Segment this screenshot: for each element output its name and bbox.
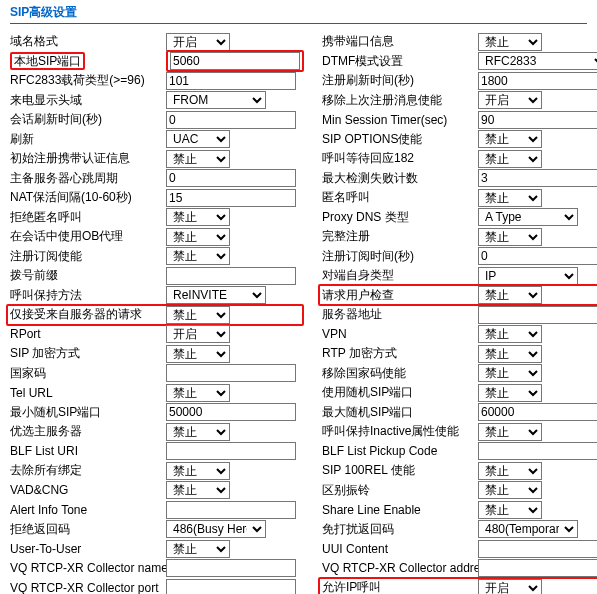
dropdown[interactable]: 开启禁止 bbox=[478, 423, 542, 441]
dropdown[interactable]: IP bbox=[478, 267, 578, 285]
dropdown[interactable]: 480(Temporary) bbox=[478, 520, 578, 538]
dropdown[interactable]: 开启禁止 bbox=[478, 286, 542, 304]
field-control: 开启禁止 bbox=[478, 501, 597, 519]
dropdown[interactable]: 开启禁止 bbox=[166, 540, 230, 558]
text-input[interactable] bbox=[478, 111, 597, 129]
dropdown[interactable]: A Type bbox=[478, 208, 578, 226]
field-control bbox=[166, 111, 304, 129]
field-control: FROM bbox=[166, 91, 304, 109]
form-row: 区别振铃开启禁止 bbox=[322, 481, 597, 501]
form-row: 允许IP呼叫开启禁止 bbox=[322, 578, 597, 594]
text-input[interactable] bbox=[166, 169, 296, 187]
dropdown[interactable]: 开启禁止 bbox=[166, 150, 230, 168]
text-input[interactable] bbox=[166, 579, 296, 594]
dropdown[interactable]: 开启禁止 bbox=[166, 228, 230, 246]
dropdown[interactable]: 开启禁止 bbox=[166, 247, 230, 265]
dropdown[interactable]: 开启禁止 bbox=[166, 384, 230, 402]
text-input[interactable] bbox=[166, 111, 296, 129]
divider bbox=[10, 23, 587, 24]
dropdown[interactable]: 开启禁止 bbox=[478, 91, 542, 109]
form-row: 注册刷新时间(秒) bbox=[322, 71, 597, 91]
text-input[interactable] bbox=[166, 267, 296, 285]
form-row: Min Session Timer(sec) bbox=[322, 110, 597, 130]
dropdown[interactable]: 开启禁止 bbox=[478, 130, 542, 148]
field-label: 免打扰返回码 bbox=[322, 521, 478, 538]
dropdown[interactable]: 开启禁止 bbox=[166, 33, 230, 51]
text-input[interactable] bbox=[478, 559, 597, 577]
form-row: 最大随机SIP端口 bbox=[322, 403, 597, 423]
dropdown[interactable]: 开启禁止 bbox=[166, 306, 230, 324]
text-input[interactable] bbox=[166, 559, 296, 577]
field-label: 拨号前缀 bbox=[10, 267, 166, 284]
dropdown[interactable]: 开启禁止 bbox=[478, 150, 542, 168]
text-input[interactable] bbox=[166, 189, 296, 207]
text-input[interactable] bbox=[166, 501, 296, 519]
field-control bbox=[478, 169, 597, 187]
right-column: 携带端口信息开启禁止DTMF模式设置RFC2833注册刷新时间(秒)移除上次注册… bbox=[322, 32, 597, 594]
dropdown[interactable]: 开启禁止 bbox=[478, 189, 542, 207]
field-control bbox=[166, 579, 304, 594]
field-label: DTMF模式设置 bbox=[322, 53, 478, 70]
dropdown[interactable]: 开启禁止 bbox=[166, 208, 230, 226]
form-row: 最大检测失败计数 bbox=[322, 169, 597, 189]
form-row: 最小随机SIP端口 bbox=[10, 403, 304, 423]
text-input[interactable] bbox=[478, 169, 597, 187]
field-control bbox=[478, 72, 597, 90]
dropdown[interactable]: 开启禁止 bbox=[478, 228, 542, 246]
text-input[interactable] bbox=[166, 442, 296, 460]
form-row: 携带端口信息开启禁止 bbox=[322, 32, 597, 52]
dropdown[interactable]: 开启禁止 bbox=[166, 462, 230, 480]
dropdown[interactable]: ReINVITE bbox=[166, 286, 266, 304]
dropdown[interactable]: 开启禁止 bbox=[166, 481, 230, 499]
field-label: Tel URL bbox=[10, 386, 166, 400]
dropdown[interactable]: 开启禁止 bbox=[166, 345, 230, 363]
dropdown[interactable]: 开启禁止 bbox=[478, 579, 542, 594]
field-control bbox=[166, 51, 304, 71]
text-input[interactable] bbox=[478, 72, 597, 90]
text-input[interactable] bbox=[166, 403, 296, 421]
field-label: 最大随机SIP端口 bbox=[322, 404, 478, 421]
dropdown[interactable]: RFC2833 bbox=[478, 52, 597, 70]
dropdown[interactable]: 486(Busy Here) bbox=[166, 520, 266, 538]
field-label: 仅接受来自服务器的请求 bbox=[10, 306, 166, 323]
text-input[interactable] bbox=[166, 364, 296, 382]
field-control bbox=[166, 403, 304, 421]
dropdown[interactable]: UAC bbox=[166, 130, 230, 148]
field-control: 开启禁止 bbox=[166, 481, 304, 499]
form-row: RTP 加密方式开启禁止 bbox=[322, 344, 597, 364]
field-label: 国家码 bbox=[10, 365, 166, 382]
form-row: VQ RTCP-XR Collector port bbox=[10, 578, 304, 594]
text-input[interactable] bbox=[170, 52, 300, 70]
field-label: 完整注册 bbox=[322, 228, 478, 245]
dropdown[interactable]: 开启禁止 bbox=[478, 345, 542, 363]
dropdown[interactable]: 开启禁止 bbox=[166, 325, 230, 343]
dropdown[interactable]: 开启禁止 bbox=[478, 364, 542, 382]
field-label: 移除上次注册消息使能 bbox=[322, 92, 478, 109]
field-label: 优选主服务器 bbox=[10, 423, 166, 440]
form-row: BLF List URI bbox=[10, 442, 304, 462]
dropdown[interactable]: 开启禁止 bbox=[478, 325, 542, 343]
field-control: 开启禁止 bbox=[166, 247, 304, 265]
dropdown[interactable]: 开启禁止 bbox=[478, 33, 542, 51]
field-control: 开启禁止 bbox=[478, 423, 597, 441]
field-control bbox=[166, 364, 304, 382]
field-label: 来电显示头域 bbox=[10, 92, 166, 109]
text-input[interactable] bbox=[478, 403, 597, 421]
dropdown[interactable]: 开启禁止 bbox=[478, 481, 542, 499]
dropdown[interactable]: FROM bbox=[166, 91, 266, 109]
text-input[interactable] bbox=[478, 442, 597, 460]
dropdown[interactable]: 开启禁止 bbox=[478, 462, 542, 480]
field-control: A Type bbox=[478, 208, 597, 226]
dropdown[interactable]: 开启禁止 bbox=[478, 384, 542, 402]
text-input[interactable] bbox=[478, 306, 597, 324]
form-row: BLF List Pickup Code bbox=[322, 442, 597, 462]
field-label: 拒绝匿名呼叫 bbox=[10, 209, 166, 226]
dropdown[interactable]: 开启禁止 bbox=[166, 423, 230, 441]
field-control bbox=[478, 247, 597, 265]
dropdown[interactable]: 开启禁止 bbox=[478, 501, 542, 519]
section-title: SIP高级设置 bbox=[10, 4, 587, 21]
form-row: 刷新UAC bbox=[10, 130, 304, 150]
text-input[interactable] bbox=[478, 540, 597, 558]
text-input[interactable] bbox=[478, 247, 597, 265]
text-input[interactable] bbox=[166, 72, 296, 90]
